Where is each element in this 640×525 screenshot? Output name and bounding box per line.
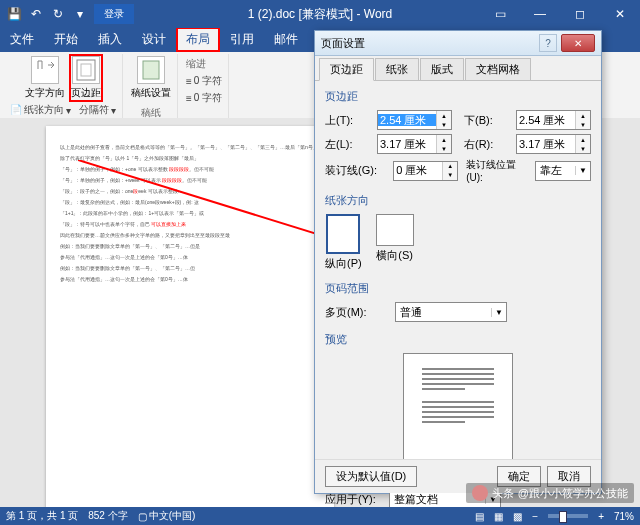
- dialog-titlebar[interactable]: 页面设置 ? ✕: [315, 31, 601, 56]
- text-direction-icon: [31, 56, 59, 84]
- input-multipage[interactable]: ▼: [395, 302, 507, 322]
- zoom-slider[interactable]: [548, 514, 588, 518]
- section-margins: 页边距: [325, 89, 591, 104]
- indent-right[interactable]: ≡ 0 字符: [184, 90, 224, 106]
- view-print-icon[interactable]: ▦: [494, 511, 503, 522]
- tab-home[interactable]: 开始: [44, 27, 88, 52]
- input-gutter[interactable]: ▲▼: [393, 161, 458, 181]
- maximize-icon[interactable]: ◻: [560, 0, 600, 28]
- page[interactable]: 以上是此处的例子查看，当前文档是格式等等的「第一号」。「第一号」、「第二号」、「…: [46, 126, 334, 507]
- view-web-icon[interactable]: ▩: [513, 511, 522, 522]
- margins-button[interactable]: 页边距: [69, 54, 103, 102]
- redo-icon[interactable]: ↻: [50, 6, 66, 22]
- qat-more-icon[interactable]: ▾: [72, 6, 88, 22]
- landscape-icon: [376, 214, 414, 246]
- statusbar: 第 1 页，共 1 页 852 个字 ▢ 中文(中国) ▤ ▦ ▩ − + 71…: [0, 507, 640, 525]
- help-icon[interactable]: ?: [539, 34, 557, 52]
- breaks-button[interactable]: 分隔符 ▾: [77, 102, 118, 118]
- margins-icon: [72, 56, 100, 84]
- svg-rect-0: [77, 60, 95, 80]
- page-setup-dialog: 页面设置 ? ✕ 页边距 纸张 版式 文档网格 页边距 上(T): ▲▼ 下(B…: [314, 30, 602, 494]
- dialog-tabs: 页边距 纸张 版式 文档网格: [315, 56, 601, 81]
- close-icon[interactable]: ✕: [600, 0, 640, 28]
- dlgtab-layout[interactable]: 版式: [420, 58, 464, 80]
- save-icon[interactable]: 💾: [6, 6, 22, 22]
- label-left: 左(L):: [325, 137, 373, 152]
- indent-label: 缩进: [184, 56, 224, 72]
- gaozhi-button[interactable]: 稿纸设置: [129, 54, 173, 102]
- label-top: 上(T):: [325, 113, 373, 128]
- label-multipage: 多页(M):: [325, 305, 381, 320]
- dlgtab-margins[interactable]: 页边距: [319, 58, 374, 81]
- dlgtab-grid[interactable]: 文档网格: [465, 58, 531, 80]
- zoom-in-icon[interactable]: +: [598, 511, 604, 522]
- dialog-close-button[interactable]: ✕: [561, 34, 595, 52]
- titlebar: 💾 ↶ ↻ ▾ 1 (2).doc [兼容模式] - Word 登录 ▭ — ◻…: [0, 0, 640, 28]
- gaozhi-icon: [137, 56, 165, 84]
- spin-up-icon[interactable]: ▲: [437, 111, 451, 120]
- svg-rect-2: [143, 61, 159, 79]
- dialog-title: 页面设置: [321, 36, 365, 51]
- section-preview: 预览: [325, 332, 591, 347]
- label-gutterpos: 装订线位置(U):: [466, 158, 531, 183]
- spin-down-icon[interactable]: ▼: [437, 120, 451, 129]
- dlgtab-paper[interactable]: 纸张: [375, 58, 419, 80]
- set-default-button[interactable]: 设为默认值(D): [325, 466, 417, 487]
- input-right[interactable]: ▲▼: [516, 134, 591, 154]
- status-page[interactable]: 第 1 页，共 1 页: [6, 509, 78, 523]
- label-gutter: 装订线(G):: [325, 163, 389, 178]
- orientation-button[interactable]: 📄纸张方向 ▾: [8, 102, 73, 118]
- zoom-out-icon[interactable]: −: [532, 511, 538, 522]
- status-lang[interactable]: ▢ 中文(中国): [138, 509, 196, 523]
- indent-left[interactable]: ≡ 0 字符: [184, 73, 224, 89]
- orientation-landscape[interactable]: 横向(S): [376, 214, 414, 271]
- label-applyto: 应用于(Y):: [325, 492, 385, 507]
- quick-access-toolbar: 💾 ↶ ↻ ▾: [0, 6, 94, 22]
- minimize-icon[interactable]: —: [520, 0, 560, 28]
- status-words[interactable]: 852 个字: [88, 509, 127, 523]
- orientation-icon: 📄: [10, 104, 22, 116]
- undo-icon[interactable]: ↶: [28, 6, 44, 22]
- text-direction-button[interactable]: 文字方向: [23, 54, 67, 102]
- tab-file[interactable]: 文件: [0, 27, 44, 52]
- label-bottom: 下(B):: [464, 113, 512, 128]
- input-top[interactable]: ▲▼: [377, 110, 452, 130]
- tab-design[interactable]: 设计: [132, 27, 176, 52]
- input-bottom[interactable]: ▲▼: [516, 110, 591, 130]
- tab-mailings[interactable]: 邮件: [264, 27, 308, 52]
- tab-references[interactable]: 引用: [220, 27, 264, 52]
- chevron-down-icon[interactable]: ▼: [491, 308, 506, 317]
- tab-insert[interactable]: 插入: [88, 27, 132, 52]
- label-right: 右(R):: [464, 137, 512, 152]
- zoom-level[interactable]: 71%: [614, 511, 634, 522]
- chevron-down-icon[interactable]: ▼: [575, 166, 590, 175]
- orientation-portrait[interactable]: 纵向(P): [325, 214, 362, 271]
- window-title: 1 (2).doc [兼容模式] - Word: [248, 6, 392, 23]
- portrait-icon: [326, 214, 360, 254]
- input-left[interactable]: ▲▼: [377, 134, 452, 154]
- view-read-icon[interactable]: ▤: [475, 511, 484, 522]
- section-orientation: 纸张方向: [325, 193, 591, 208]
- login-button[interactable]: 登录: [94, 4, 134, 24]
- ribbon-options-icon[interactable]: ▭: [480, 0, 520, 28]
- input-gutterpos[interactable]: ▼: [535, 161, 591, 181]
- watermark: 头条 @跟小小筱学办公技能: [466, 483, 634, 503]
- avatar-icon: [472, 485, 488, 501]
- section-range: 页码范围: [325, 281, 591, 296]
- tab-layout[interactable]: 布局: [176, 27, 220, 52]
